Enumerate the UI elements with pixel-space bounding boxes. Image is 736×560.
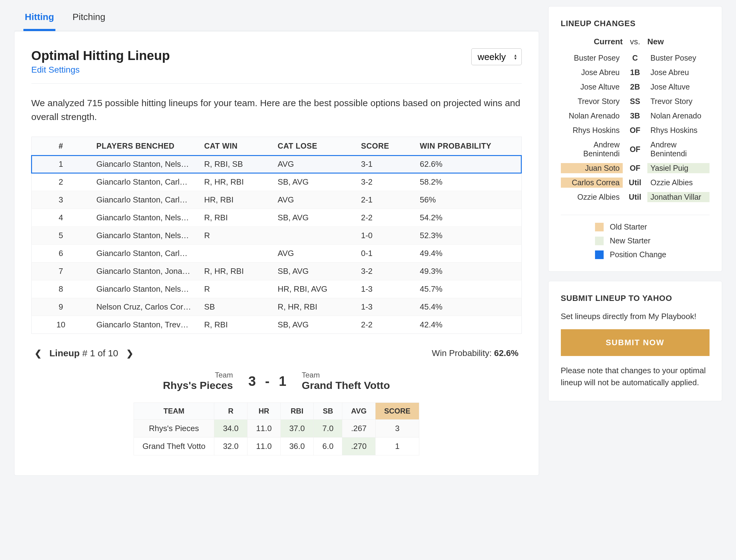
tab-hitting[interactable]: Hitting — [23, 6, 56, 31]
change-current: Rhys Hoskins — [561, 125, 623, 135]
cell-num: 8 — [31, 280, 90, 298]
team-name-left: Rhys's Pieces — [163, 379, 233, 391]
cell-catlose: SB, AVG — [271, 262, 355, 280]
tab-pitching[interactable]: Pitching — [71, 6, 107, 31]
win-prob-value: 62.6% — [494, 348, 518, 358]
submit-button[interactable]: SUBMIT NOW — [561, 329, 710, 356]
cell-num: 3 — [31, 191, 90, 209]
change-position: Util — [623, 178, 647, 187]
stats-hr: 11.0 — [247, 438, 281, 455]
cell-players: Giancarlo Stanton, Carlos... — [90, 245, 198, 262]
cell-num: 2 — [31, 173, 90, 191]
cell-prob: 58.2% — [414, 173, 522, 191]
cell-num: 5 — [31, 227, 90, 245]
category-tabs: Hitting Pitching — [14, 6, 539, 31]
cell-num: 10 — [31, 316, 90, 334]
stats-sb: 7.0 — [314, 420, 342, 438]
table-row[interactable]: 9 Nelson Cruz, Carlos Corre... SB R, HR,… — [31, 298, 522, 316]
change-row: Nolan Arenado 3B Nolan Arenado — [561, 109, 710, 123]
win-prob-label: Win Probability: — [432, 348, 492, 358]
cell-score: 1-0 — [355, 227, 414, 245]
score-left: 3 — [248, 374, 256, 389]
cell-catlose: AVG — [271, 245, 355, 262]
cell-catwin: R, RBI — [198, 209, 271, 227]
col-score: SCORE — [355, 137, 414, 155]
change-new: Andrew Benintendi — [647, 140, 710, 159]
team-name-right: Grand Theft Votto — [302, 379, 390, 391]
stats-score: 3 — [376, 420, 419, 438]
change-row: Carlos Correa Util Ozzie Albies — [561, 175, 710, 190]
change-position: 1B — [623, 68, 647, 77]
matchup: Team Rhys's Pieces 3 - 1 Team Grand Thef… — [31, 371, 522, 391]
change-new: Jose Altuve — [647, 82, 710, 92]
stats-avg: .267 — [342, 420, 376, 438]
stats-col-rbi: RBI — [280, 403, 314, 420]
stats-team: Rhys's Pieces — [134, 420, 214, 438]
change-current: Juan Soto — [561, 163, 623, 173]
cell-prob: 45.7% — [414, 280, 522, 298]
cell-prob: 56% — [414, 191, 522, 209]
cell-players: Giancarlo Stanton, Nelso... — [90, 227, 198, 245]
change-new: Jose Abreu — [647, 67, 710, 78]
score-right: 1 — [279, 374, 286, 389]
change-position: OF — [623, 164, 647, 173]
cell-players: Giancarlo Stanton, Jonath... — [90, 262, 198, 280]
cell-players: Giancarlo Stanton, Carlos... — [90, 173, 198, 191]
cell-score: 1-3 — [355, 280, 414, 298]
cell-catwin: R, HR, RBI — [198, 173, 271, 191]
stats-col-sb: SB — [314, 403, 342, 420]
lineup-counter: # 1 of 10 — [82, 348, 118, 358]
stats-sb: 6.0 — [314, 438, 342, 455]
submit-title: SUBMIT LINEUP TO YAHOO — [561, 294, 710, 303]
cell-catlose: SB, AVG — [271, 209, 355, 227]
table-row[interactable]: 3 Giancarlo Stanton, Carlos... HR, RBI A… — [31, 191, 522, 209]
change-current: Buster Posey — [561, 53, 623, 63]
col-lose: CAT LOSE — [271, 137, 355, 155]
cell-num: 1 — [31, 155, 90, 173]
team-label-right: Team — [302, 371, 390, 379]
table-row[interactable]: 8 Giancarlo Stanton, Nelso... R HR, RBI,… — [31, 280, 522, 298]
cell-prob: 62.6% — [414, 155, 522, 173]
table-row[interactable]: 6 Giancarlo Stanton, Carlos... AVG 0-1 4… — [31, 245, 522, 262]
edit-settings-link[interactable]: Edit Settings — [31, 65, 80, 75]
prev-lineup-button[interactable]: ❮ — [34, 348, 42, 358]
col-num: # — [31, 137, 90, 155]
position-change-swatch — [595, 250, 604, 259]
change-current: Ozzie Albies — [561, 192, 623, 202]
stats-col-r: R — [214, 403, 247, 420]
change-row: Buster Posey C Buster Posey — [561, 51, 710, 65]
lineup-changes-card: LINEUP CHANGES Current vs. New Buster Po… — [548, 6, 722, 272]
frequency-select[interactable]: weekly — [471, 48, 522, 65]
change-position: 3B — [623, 111, 647, 120]
next-lineup-button[interactable]: ❯ — [126, 348, 133, 358]
table-row[interactable]: 4 Giancarlo Stanton, Nelso... R, RBI SB,… — [31, 209, 522, 227]
change-new: Jonathan Villar — [647, 192, 710, 202]
cell-catwin: R — [198, 280, 271, 298]
col-prob: WIN PROBABILITY — [414, 137, 522, 155]
table-row[interactable]: 5 Giancarlo Stanton, Nelso... R 1-0 52.3… — [31, 227, 522, 245]
table-row[interactable]: 7 Giancarlo Stanton, Jonath... R, HR, RB… — [31, 262, 522, 280]
divider — [31, 83, 522, 84]
legend-position-change: Position Change — [610, 250, 666, 259]
stats-table: TEAM R HR RBI SB AVG SCORE Rhys's Pieces… — [134, 402, 420, 455]
change-position: C — [623, 54, 647, 62]
change-current: Trevor Story — [561, 96, 623, 106]
change-current: Carlos Correa — [561, 178, 623, 188]
lineup-label: Lineup — [50, 348, 80, 358]
submit-description: Set lineups directly from My Playbook! — [561, 312, 710, 321]
col-current: Current — [564, 37, 623, 46]
lineup-changes-title: LINEUP CHANGES — [561, 19, 710, 28]
change-current: Andrew Benintendi — [561, 140, 623, 159]
legend-new-starter: New Starter — [610, 236, 650, 245]
table-row[interactable]: 2 Giancarlo Stanton, Carlos... R, HR, RB… — [31, 173, 522, 191]
change-position: OF — [623, 145, 647, 154]
table-row[interactable]: 1 Giancarlo Stanton, Nelso... R, RBI, SB… — [31, 155, 522, 173]
table-row[interactable]: 10 Giancarlo Stanton, Trevor... R, RBI S… — [31, 316, 522, 334]
change-row: Juan Soto OF Yasiel Puig — [561, 161, 710, 175]
cell-prob: 54.2% — [414, 209, 522, 227]
cell-catlose — [271, 227, 355, 245]
cell-catlose: R, HR, RBI — [271, 298, 355, 316]
cell-prob: 45.4% — [414, 298, 522, 316]
cell-catwin: HR, RBI — [198, 191, 271, 209]
cell-catlose: AVG — [271, 155, 355, 173]
